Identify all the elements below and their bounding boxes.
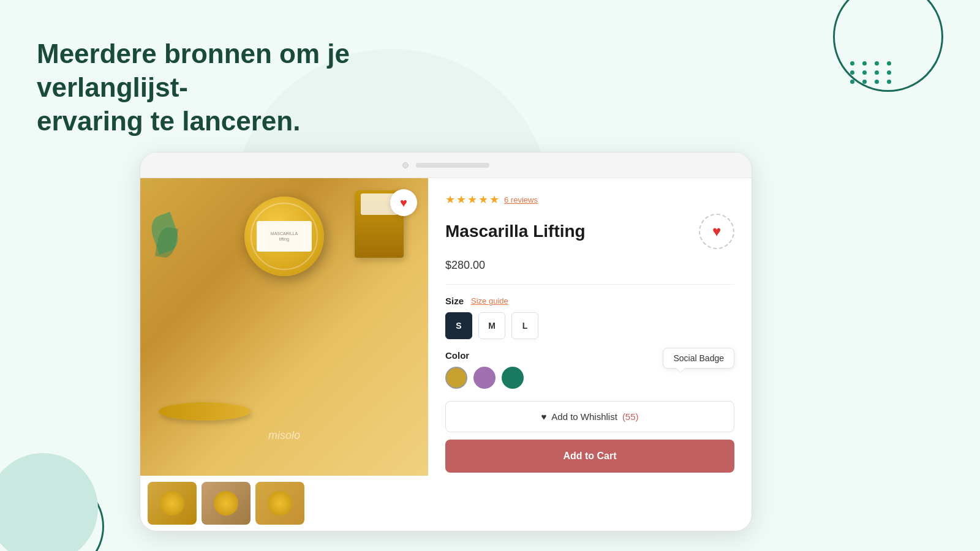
thumbnail-1[interactable] (148, 482, 197, 525)
size-label-row: Size Size guide (445, 296, 734, 306)
detail-wishlist-button[interactable]: ♥ (699, 214, 734, 249)
product-image-panel: MASCARILLAlifting misolo ♥ (140, 178, 428, 531)
bg-teal-circle-bottom (0, 453, 98, 551)
tablet-content: MASCARILLAlifting misolo ♥ ★ (140, 178, 752, 531)
rating-row: ★ ★ ★ ★ ★ 6 reviews (445, 193, 734, 206)
thumbnail-3[interactable] (255, 482, 304, 525)
image-wishlist-button[interactable]: ♥ (390, 189, 417, 216)
size-options: S M L (445, 312, 734, 339)
add-to-wishlist-button[interactable]: ♥ Add to Whishlist (55) (445, 401, 734, 432)
size-btn-l[interactable]: L (511, 312, 538, 339)
product-can-main: MASCARILLAlifting (244, 197, 324, 276)
header-text: Meerdere bronnen om je verlanglijst- erv… (37, 37, 404, 138)
product-title: Mascarilla Lifting (445, 222, 586, 241)
product-can-flat (159, 402, 251, 421)
thumbnails-strip (140, 476, 428, 531)
color-swatch-purple[interactable] (473, 367, 496, 389)
color-label: Color (445, 350, 469, 361)
heart-icon-wishlist: ♥ (541, 411, 546, 422)
social-badge: Social Badge (663, 348, 734, 369)
size-section: Size Size guide S M L (445, 296, 734, 339)
wishlist-count: (55) (622, 411, 639, 422)
reviews-link[interactable]: 6 reviews (504, 195, 538, 204)
color-swatch-gold[interactable] (445, 367, 467, 389)
tablet-camera (402, 162, 409, 168)
heart-icon-detail: ♥ (712, 223, 721, 240)
divider-1 (445, 284, 734, 285)
tablet-bar (416, 163, 489, 168)
color-swatch-teal[interactable] (502, 367, 524, 389)
product-detail-panel: ★ ★ ★ ★ ★ 6 reviews Mascarilla Lifting ♥… (428, 178, 752, 531)
size-guide-link[interactable]: Size guide (471, 296, 508, 305)
size-label: Size (445, 296, 464, 306)
color-options (445, 367, 734, 389)
star-rating: ★ ★ ★ ★ ★ (445, 193, 499, 206)
thumbnail-2[interactable] (202, 482, 251, 525)
product-title-row: Mascarilla Lifting ♥ (445, 214, 734, 249)
size-btn-s[interactable]: S (445, 312, 472, 339)
star-2: ★ (456, 193, 466, 206)
wishlist-btn-label: Add to Whishlist (551, 411, 617, 422)
heart-icon: ♥ (400, 196, 407, 210)
star-1: ★ (445, 193, 455, 206)
star-4: ★ (478, 193, 488, 206)
brand-text: misolo (268, 429, 300, 442)
star-5: ★ (489, 193, 499, 206)
product-price: $280.00 (445, 259, 734, 272)
star-3: ★ (467, 193, 477, 206)
bg-dots (850, 61, 894, 84)
tablet-frame: MASCARILLAlifting misolo ♥ ★ (140, 152, 752, 531)
page-title: Meerdere bronnen om je verlanglijst- erv… (37, 37, 404, 138)
color-section: Color Social Badge (445, 350, 734, 389)
main-image-container: MASCARILLAlifting misolo ♥ (140, 178, 428, 476)
add-to-cart-button[interactable]: Add to Cart (445, 440, 734, 473)
tablet-topbar (140, 152, 752, 178)
size-btn-m[interactable]: M (478, 312, 505, 339)
can-label: MASCARILLAlifting (257, 221, 312, 252)
